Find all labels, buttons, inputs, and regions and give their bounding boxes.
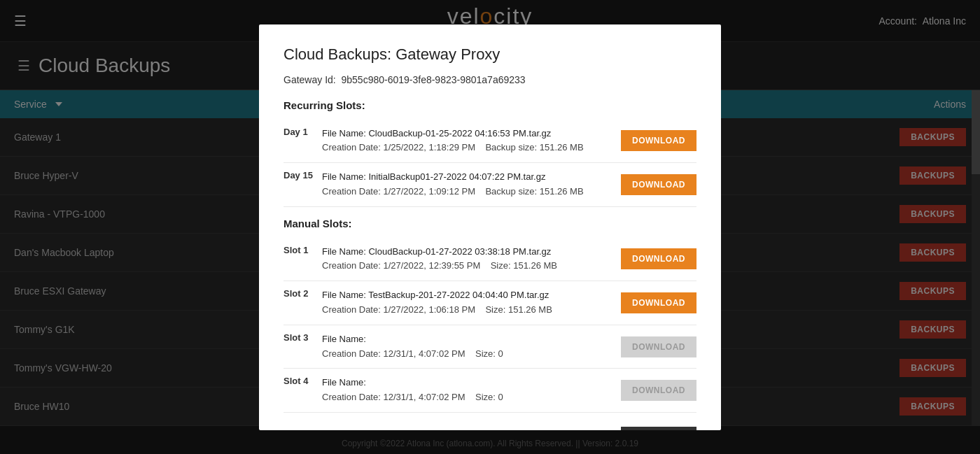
download-button-inactive: DOWNLOAD xyxy=(621,336,696,357)
download-button[interactable]: DOWNLOAD xyxy=(621,248,696,269)
slot-details: File Name: CloudBackup-01-27-2022 03:38:… xyxy=(322,245,557,274)
modal-title: Cloud Backups: Gateway Proxy xyxy=(284,45,696,64)
slot-filename: File Name: InitialBackup01-27-2022 04:07… xyxy=(322,170,584,185)
gateway-id-label: Gateway Id: xyxy=(284,74,336,85)
slot-info: Slot 2 File Name: TestBackup-201-27-2022… xyxy=(284,288,621,318)
cancel-button[interactable]: CANCEL xyxy=(621,427,696,430)
slot-info: Slot 3 File Name: Creation Date: 12/31/1… xyxy=(284,332,621,362)
backup-slot-manual-3: Slot 3 File Name: Creation Date: 12/31/1… xyxy=(284,325,696,369)
backup-slot-recurring-1: Day 1 File Name: CloudBackup-01-25-2022 … xyxy=(284,120,696,164)
slot-label: Day 1 xyxy=(284,127,315,156)
slot-meta: Creation Date: 1/27/2022, 1:06:18 PM Siz… xyxy=(322,303,552,318)
recurring-slots-title: Recurring Slots: xyxy=(284,99,696,111)
slot-info: Day 15 File Name: InitialBackup01-27-202… xyxy=(284,170,621,199)
slot-meta: Creation Date: 1/25/2022, 1:18:29 PM Bac… xyxy=(322,141,584,155)
gateway-id-value: 9b55c980-6019-3fe8-9823-9801a7a69233 xyxy=(341,74,525,85)
slot-filename: File Name: xyxy=(322,376,503,390)
slot-filename: File Name: CloudBackup-01-27-2022 03:38:… xyxy=(322,245,557,260)
modal-footer: CANCEL xyxy=(284,427,696,430)
modal-overlay[interactable]: Cloud Backups: Gateway Proxy Gateway Id:… xyxy=(0,0,980,454)
slot-label: Day 15 xyxy=(284,170,315,199)
slot-info: Day 1 File Name: CloudBackup-01-25-2022 … xyxy=(284,127,621,156)
slot-details: File Name: TestBackup-201-27-2022 04:04:… xyxy=(322,288,552,318)
slot-meta: Creation Date: 12/31/1, 4:07:02 PM Size:… xyxy=(322,390,503,405)
slot-details: File Name: Creation Date: 12/31/1, 4:07:… xyxy=(322,376,503,405)
slot-label: Slot 4 xyxy=(284,376,315,405)
download-button[interactable]: DOWNLOAD xyxy=(621,174,696,195)
download-button[interactable]: DOWNLOAD xyxy=(621,292,696,313)
slot-label: Slot 2 xyxy=(284,288,315,318)
slot-filename: File Name: xyxy=(322,332,503,347)
backup-slot-manual-2: Slot 2 File Name: TestBackup-201-27-2022… xyxy=(284,281,696,325)
slot-meta: Creation Date: 12/31/1, 4:07:02 PM Size:… xyxy=(322,347,503,362)
download-button[interactable]: DOWNLOAD xyxy=(621,130,696,151)
modal: Cloud Backups: Gateway Proxy Gateway Id:… xyxy=(259,24,721,430)
manual-slots-title: Manual Slots: xyxy=(284,218,696,229)
slot-info: Slot 4 File Name: Creation Date: 12/31/1… xyxy=(284,376,621,405)
slot-filename: File Name: CloudBackup-01-25-2022 04:16:… xyxy=(322,127,584,141)
slot-filename: File Name: TestBackup-201-27-2022 04:04:… xyxy=(322,288,552,303)
slot-details: File Name: Creation Date: 12/31/1, 4:07:… xyxy=(322,332,503,362)
slot-label: Slot 3 xyxy=(284,332,315,362)
modal-gateway-id: Gateway Id: 9b55c980-6019-3fe8-9823-9801… xyxy=(284,74,696,85)
slot-details: File Name: CloudBackup-01-25-2022 04:16:… xyxy=(322,127,584,156)
slot-meta: Creation Date: 1/27/2022, 1:09:12 PM Bac… xyxy=(322,185,584,199)
slot-label: Slot 1 xyxy=(284,245,315,274)
backup-slot-manual-4: Slot 4 File Name: Creation Date: 12/31/1… xyxy=(284,369,696,413)
backup-slot-manual-1: Slot 1 File Name: CloudBackup-01-27-2022… xyxy=(284,238,696,282)
download-button-inactive: DOWNLOAD xyxy=(621,380,696,401)
slot-meta: Creation Date: 1/27/2022, 12:39:55 PM Si… xyxy=(322,259,557,274)
slot-info: Slot 1 File Name: CloudBackup-01-27-2022… xyxy=(284,245,621,274)
slot-details: File Name: InitialBackup01-27-2022 04:07… xyxy=(322,170,584,199)
backup-slot-recurring-2: Day 15 File Name: InitialBackup01-27-202… xyxy=(284,163,696,207)
